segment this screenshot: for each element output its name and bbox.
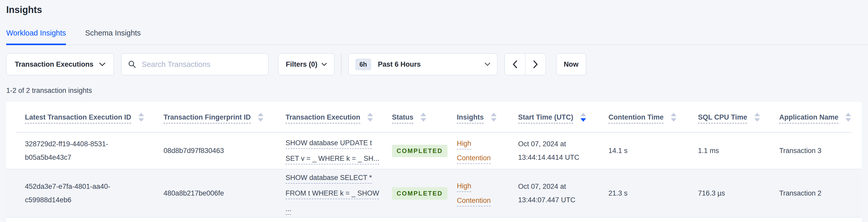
column-header-sql-cpu-time[interactable]: SQL CPU Time xyxy=(698,113,779,122)
column-header-transaction-execution[interactable]: Transaction Execution xyxy=(285,113,392,122)
column-header-label[interactable]: Transaction Execution xyxy=(285,113,360,121)
now-button-label: Now xyxy=(564,60,579,68)
sort-icon[interactable] xyxy=(367,113,373,122)
search-box xyxy=(121,54,269,75)
column-header-status[interactable]: Status xyxy=(392,113,457,122)
sort-icon[interactable] xyxy=(845,113,851,122)
sql-cpu-time-cell: 1.1 ms xyxy=(698,144,779,157)
column-header-label[interactable]: Latest Transaction Execution ID xyxy=(25,113,131,121)
insights-page: Insights Workload Insights Schema Insigh… xyxy=(0,4,868,222)
latest-transaction-execution-id-cell: 328729d2-ff19-4408-8531-b05a5b4e43c7 xyxy=(6,137,163,164)
results-summary: 1-2 of 2 transaction insights xyxy=(6,87,868,95)
chevron-right-icon xyxy=(533,60,538,68)
time-range-stepper xyxy=(505,54,546,75)
column-header-latest-transaction-execution-id[interactable]: Latest Transaction Execution ID xyxy=(6,113,163,122)
tab-workload-insights[interactable]: Workload Insights xyxy=(6,29,66,45)
insight-link[interactable]: High Contention xyxy=(457,136,506,165)
transaction-execution-link[interactable]: SHOW database UPDATE t xyxy=(285,139,372,147)
sort-icon[interactable] xyxy=(138,113,144,122)
page-title: Insights xyxy=(6,4,868,15)
status-cell: COMPLETED xyxy=(392,144,457,157)
search-icon xyxy=(128,60,136,68)
start-time-cell: Oct 07, 2024 at13:44:07.447 UTC xyxy=(518,180,609,207)
contention-time-cell: 21.3 s xyxy=(609,187,698,200)
column-header-label[interactable]: Contention Time xyxy=(609,113,664,121)
transaction-execution-cell: SHOW database UPDATE tSET v = _ WHERE k … xyxy=(285,135,392,166)
insight-link[interactable]: High Contention xyxy=(457,179,506,208)
column-header-label[interactable]: Transaction Fingerprint ID xyxy=(163,113,251,121)
column-header-label[interactable]: Start Time (UTC) xyxy=(518,113,574,121)
time-range-dropdown[interactable]: 6h Past 6 Hours xyxy=(348,54,497,75)
table-row: 328729d2-ff19-4408-8531-b05a5b4e43c708d8… xyxy=(6,132,862,169)
sort-icon[interactable] xyxy=(580,113,586,122)
status-cell: COMPLETED xyxy=(392,187,457,200)
insight-type-dropdown[interactable]: Transaction Executions xyxy=(6,54,114,75)
sort-icon[interactable] xyxy=(257,113,264,122)
application-name-cell: Transaction 2 xyxy=(779,187,862,200)
insights-table-card: Latest Transaction Execution ID Transact… xyxy=(6,102,862,222)
controls-bar: Transaction Executions Filters (0) 6h Pa… xyxy=(6,54,868,75)
transaction-execution-link[interactable]: SET v = _ WHERE k = _ SH... xyxy=(285,155,379,162)
transaction-fingerprint-id-cell: 480a8b217be006fe xyxy=(163,187,285,200)
column-header-insights[interactable]: Insights xyxy=(457,113,518,122)
insights-tabs: Workload Insights Schema Insights xyxy=(6,29,868,45)
transaction-execution-cell: SHOW database SELECT *FROM t WHERE k = _… xyxy=(285,170,392,217)
column-header-contention-time[interactable]: Contention Time xyxy=(609,113,698,122)
table-row: 452da3e7-e7fa-4801-aa40-c59988d14eb6480a… xyxy=(6,169,862,218)
time-range-badge: 6h xyxy=(355,59,371,70)
controls-divider xyxy=(341,54,342,75)
table-header-row: Latest Transaction Execution ID Transact… xyxy=(6,102,862,132)
insights-cell: High Contention xyxy=(457,136,518,165)
now-button[interactable]: Now xyxy=(556,54,586,75)
tab-schema-insights[interactable]: Schema Insights xyxy=(85,29,141,45)
filters-button[interactable]: Filters (0) xyxy=(278,54,334,75)
filters-button-label: Filters (0) xyxy=(286,60,317,68)
chevron-left-icon xyxy=(513,60,517,68)
column-header-label[interactable]: Application Name xyxy=(779,113,838,121)
time-range-label: Past 6 Hours xyxy=(378,60,478,68)
insight-type-dropdown-label: Transaction Executions xyxy=(15,60,93,68)
sql-cpu-time-cell: 716.3 µs xyxy=(698,187,779,200)
column-header-label[interactable]: SQL CPU Time xyxy=(698,113,747,121)
table-body: 328729d2-ff19-4408-8531-b05a5b4e43c708d8… xyxy=(6,132,862,218)
insights-cell: High Contention xyxy=(457,179,518,208)
sort-icon[interactable] xyxy=(671,113,677,122)
sort-icon[interactable] xyxy=(754,113,760,122)
column-header-transaction-fingerprint-id[interactable]: Transaction Fingerprint ID xyxy=(163,113,285,122)
time-range-next-button[interactable] xyxy=(525,54,546,75)
chevron-down-icon xyxy=(321,63,327,66)
transaction-execution-link[interactable]: FROM t WHERE k = _ SHOW xyxy=(285,189,379,197)
sort-icon[interactable] xyxy=(420,113,427,122)
transaction-execution-link[interactable]: ... xyxy=(285,205,291,213)
time-range-prev-button[interactable] xyxy=(505,54,525,75)
status-badge: COMPLETED xyxy=(392,187,447,200)
contention-time-cell: 14.1 s xyxy=(609,144,698,157)
column-header-label[interactable]: Insights xyxy=(457,113,484,121)
column-header-application-name[interactable]: Application Name xyxy=(779,113,862,122)
chevron-down-icon xyxy=(99,63,105,66)
transaction-execution-link[interactable]: SHOW database SELECT * xyxy=(285,174,372,182)
column-header-start-time-utc[interactable]: Start Time (UTC) xyxy=(518,113,609,122)
latest-transaction-execution-id-cell: 452da3e7-e7fa-4801-aa40-c59988d14eb6 xyxy=(6,180,163,207)
search-input[interactable] xyxy=(141,60,261,69)
sort-icon[interactable] xyxy=(491,113,497,122)
column-header-label[interactable]: Status xyxy=(392,113,413,121)
chevron-down-icon xyxy=(485,63,490,66)
transaction-fingerprint-id-cell: 08d8b7d97f830463 xyxy=(163,144,285,157)
status-badge: COMPLETED xyxy=(392,145,447,157)
start-time-cell: Oct 07, 2024 at13:44:14.4414 UTC xyxy=(518,137,609,164)
application-name-cell: Transaction 3 xyxy=(779,144,862,157)
